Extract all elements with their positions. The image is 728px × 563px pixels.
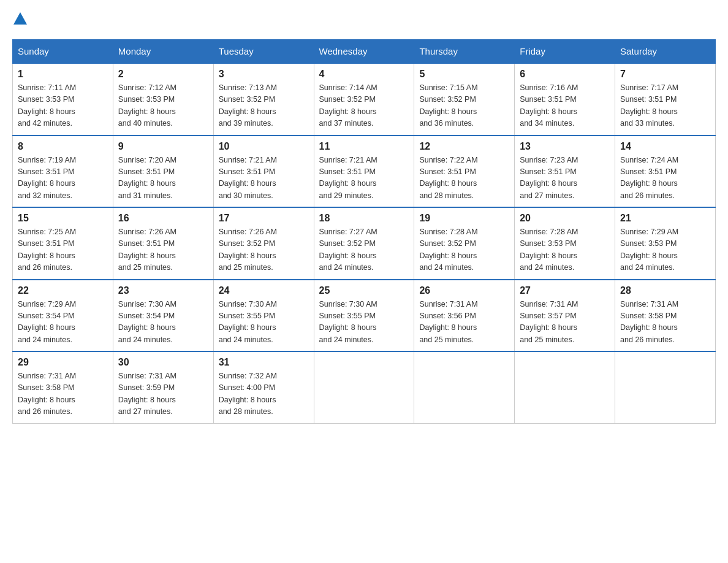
day-info: Sunrise: 7:28 AMSunset: 3:52 PMDaylight:… (419, 228, 477, 272)
calendar-cell: 30 Sunrise: 7:31 AMSunset: 3:59 PMDaylig… (113, 351, 213, 423)
calendar-header-tuesday: Tuesday (213, 40, 314, 64)
day-number: 15 (18, 213, 108, 224)
page-header (12, 12, 716, 27)
calendar-cell: 17 Sunrise: 7:26 AMSunset: 3:52 PMDaylig… (213, 207, 314, 280)
day-number: 19 (419, 213, 509, 224)
day-info: Sunrise: 7:12 AMSunset: 3:53 PMDaylight:… (118, 83, 176, 128)
day-info: Sunrise: 7:17 AMSunset: 3:51 PMDaylight:… (620, 83, 678, 128)
calendar-cell: 18 Sunrise: 7:27 AMSunset: 3:52 PMDaylig… (314, 207, 414, 280)
day-info: Sunrise: 7:31 AMSunset: 3:56 PMDaylight:… (419, 300, 477, 344)
day-number: 16 (118, 213, 208, 224)
logo (12, 12, 27, 27)
day-info: Sunrise: 7:31 AMSunset: 3:58 PMDaylight:… (18, 372, 76, 416)
day-number: 23 (118, 285, 208, 296)
day-number: 8 (18, 141, 108, 152)
day-info: Sunrise: 7:30 AMSunset: 3:55 PMDaylight:… (319, 300, 377, 344)
calendar-cell: 19 Sunrise: 7:28 AMSunset: 3:52 PMDaylig… (414, 207, 515, 280)
calendar-cell: 23 Sunrise: 7:30 AMSunset: 3:54 PMDaylig… (113, 280, 213, 352)
calendar-cell: 3 Sunrise: 7:13 AMSunset: 3:52 PMDayligh… (213, 63, 314, 136)
calendar-header-sunday: Sunday (13, 40, 113, 64)
calendar-cell: 10 Sunrise: 7:21 AMSunset: 3:51 PMDaylig… (213, 136, 314, 208)
day-number: 13 (520, 141, 610, 152)
calendar-week-5: 29 Sunrise: 7:31 AMSunset: 3:58 PMDaylig… (13, 351, 716, 423)
day-info: Sunrise: 7:32 AMSunset: 4:00 PMDaylight:… (219, 372, 277, 416)
day-info: Sunrise: 7:20 AMSunset: 3:51 PMDaylight:… (118, 156, 176, 200)
day-info: Sunrise: 7:13 AMSunset: 3:52 PMDaylight:… (219, 83, 277, 128)
day-info: Sunrise: 7:31 AMSunset: 3:58 PMDaylight:… (620, 300, 678, 344)
calendar-header-thursday: Thursday (414, 40, 515, 64)
calendar-week-4: 22 Sunrise: 7:29 AMSunset: 3:54 PMDaylig… (13, 280, 716, 352)
calendar-cell: 9 Sunrise: 7:20 AMSunset: 3:51 PMDayligh… (113, 136, 213, 208)
day-number: 25 (319, 285, 409, 296)
calendar-cell: 4 Sunrise: 7:14 AMSunset: 3:52 PMDayligh… (314, 63, 414, 136)
day-info: Sunrise: 7:31 AMSunset: 3:59 PMDaylight:… (118, 372, 176, 416)
day-number: 24 (219, 285, 309, 296)
calendar-header-monday: Monday (113, 40, 213, 64)
calendar-cell: 31 Sunrise: 7:32 AMSunset: 4:00 PMDaylig… (213, 351, 314, 423)
calendar-cell: 20 Sunrise: 7:28 AMSunset: 3:53 PMDaylig… (515, 207, 615, 280)
day-number: 20 (520, 213, 610, 224)
calendar-cell: 22 Sunrise: 7:29 AMSunset: 3:54 PMDaylig… (13, 280, 113, 352)
day-info: Sunrise: 7:26 AMSunset: 3:51 PMDaylight:… (118, 228, 176, 272)
calendar-header-row: SundayMondayTuesdayWednesdayThursdayFrid… (13, 40, 716, 64)
calendar-cell: 26 Sunrise: 7:31 AMSunset: 3:56 PMDaylig… (414, 280, 515, 352)
calendar-cell: 11 Sunrise: 7:21 AMSunset: 3:51 PMDaylig… (314, 136, 414, 208)
calendar-cell: 16 Sunrise: 7:26 AMSunset: 3:51 PMDaylig… (113, 207, 213, 280)
calendar-cell: 2 Sunrise: 7:12 AMSunset: 3:53 PMDayligh… (113, 63, 213, 136)
calendar-cell: 28 Sunrise: 7:31 AMSunset: 3:58 PMDaylig… (615, 280, 716, 352)
day-number: 18 (319, 213, 409, 224)
day-info: Sunrise: 7:27 AMSunset: 3:52 PMDaylight:… (319, 228, 377, 272)
day-number: 29 (18, 357, 108, 368)
calendar-cell (515, 351, 615, 423)
day-number: 3 (219, 69, 309, 80)
calendar-cell: 1 Sunrise: 7:11 AMSunset: 3:53 PMDayligh… (13, 63, 113, 136)
day-number: 2 (118, 69, 208, 80)
day-number: 1 (18, 69, 108, 80)
day-info: Sunrise: 7:21 AMSunset: 3:51 PMDaylight:… (319, 156, 377, 200)
calendar-cell: 21 Sunrise: 7:29 AMSunset: 3:53 PMDaylig… (615, 207, 716, 280)
calendar-cell (414, 351, 515, 423)
logo-triangle-icon (13, 12, 27, 25)
day-number: 22 (18, 285, 108, 296)
calendar-week-3: 15 Sunrise: 7:25 AMSunset: 3:51 PMDaylig… (13, 207, 716, 280)
day-number: 6 (520, 69, 610, 80)
svg-marker-0 (13, 12, 27, 25)
calendar-cell: 25 Sunrise: 7:30 AMSunset: 3:55 PMDaylig… (314, 280, 414, 352)
calendar-cell: 7 Sunrise: 7:17 AMSunset: 3:51 PMDayligh… (615, 63, 716, 136)
calendar-cell (615, 351, 716, 423)
day-info: Sunrise: 7:28 AMSunset: 3:53 PMDaylight:… (520, 228, 578, 272)
calendar-cell: 14 Sunrise: 7:24 AMSunset: 3:51 PMDaylig… (615, 136, 716, 208)
day-info: Sunrise: 7:26 AMSunset: 3:52 PMDaylight:… (219, 228, 277, 272)
day-number: 12 (419, 141, 509, 152)
day-number: 5 (419, 69, 509, 80)
day-info: Sunrise: 7:23 AMSunset: 3:51 PMDaylight:… (520, 156, 578, 200)
day-info: Sunrise: 7:30 AMSunset: 3:54 PMDaylight:… (118, 300, 176, 344)
calendar-week-2: 8 Sunrise: 7:19 AMSunset: 3:51 PMDayligh… (13, 136, 716, 208)
day-number: 30 (118, 357, 208, 368)
day-info: Sunrise: 7:22 AMSunset: 3:51 PMDaylight:… (419, 156, 477, 200)
day-number: 11 (319, 141, 409, 152)
calendar-cell: 8 Sunrise: 7:19 AMSunset: 3:51 PMDayligh… (13, 136, 113, 208)
day-number: 31 (219, 357, 309, 368)
day-number: 4 (319, 69, 409, 80)
calendar-header-wednesday: Wednesday (314, 40, 414, 64)
day-info: Sunrise: 7:14 AMSunset: 3:52 PMDaylight:… (319, 83, 377, 128)
calendar-header-saturday: Saturday (615, 40, 716, 64)
calendar-cell: 29 Sunrise: 7:31 AMSunset: 3:58 PMDaylig… (13, 351, 113, 423)
calendar-cell: 15 Sunrise: 7:25 AMSunset: 3:51 PMDaylig… (13, 207, 113, 280)
day-info: Sunrise: 7:30 AMSunset: 3:55 PMDaylight:… (219, 300, 277, 344)
day-number: 7 (620, 69, 710, 80)
day-number: 26 (419, 285, 509, 296)
calendar-cell: 24 Sunrise: 7:30 AMSunset: 3:55 PMDaylig… (213, 280, 314, 352)
day-info: Sunrise: 7:19 AMSunset: 3:51 PMDaylight:… (18, 156, 76, 200)
day-number: 28 (620, 285, 710, 296)
calendar-cell (314, 351, 414, 423)
calendar-week-1: 1 Sunrise: 7:11 AMSunset: 3:53 PMDayligh… (13, 63, 716, 136)
calendar-cell: 27 Sunrise: 7:31 AMSunset: 3:57 PMDaylig… (515, 280, 615, 352)
calendar-cell: 13 Sunrise: 7:23 AMSunset: 3:51 PMDaylig… (515, 136, 615, 208)
day-info: Sunrise: 7:25 AMSunset: 3:51 PMDaylight:… (18, 228, 76, 272)
day-number: 10 (219, 141, 309, 152)
calendar-cell: 6 Sunrise: 7:16 AMSunset: 3:51 PMDayligh… (515, 63, 615, 136)
day-number: 21 (620, 213, 710, 224)
day-info: Sunrise: 7:16 AMSunset: 3:51 PMDaylight:… (520, 83, 578, 128)
